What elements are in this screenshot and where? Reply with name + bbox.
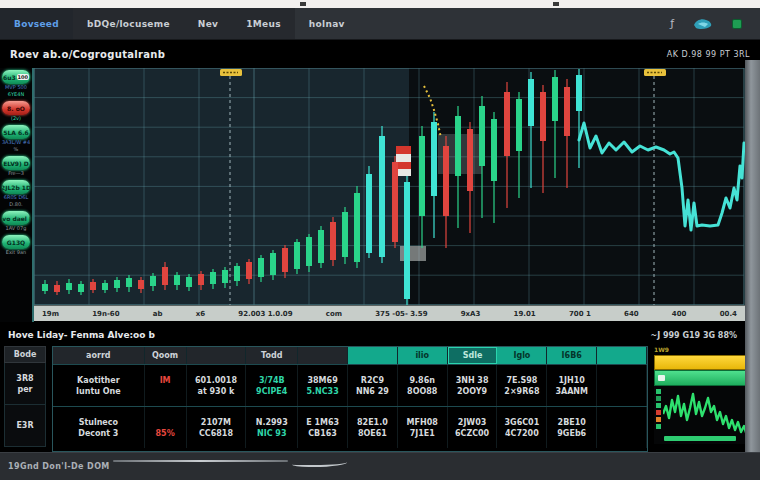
- table-header-row: aorrdQoomToddilioSdleIgloI6B6: [53, 347, 647, 364]
- title-row: Roev ab.o/Cogrogutalranb AK D.98 99 PT 3…: [0, 40, 760, 68]
- column-header[interactable]: [597, 347, 647, 364]
- bode-column: Bode 3R8perE3R: [4, 346, 46, 452]
- x-tick-label: com: [326, 310, 342, 318]
- table-cell: 2JW036CZC00: [448, 407, 498, 448]
- bottom-area: Bode 3R8perE3R aorrdQoomToddilioSdleIglo…: [4, 346, 756, 452]
- table-cell: R2C9NN6 29: [348, 365, 398, 406]
- column-header[interactable]: [348, 347, 398, 364]
- sidebar-entry: 6u3100MVP 5006YE4N: [2, 70, 30, 98]
- sidebar-caption: Fre—3: [8, 170, 24, 177]
- x-tick-label: 400: [672, 310, 687, 318]
- section-title: Hove Liday- Fenma Alve:oo b: [8, 330, 155, 340]
- column-header[interactable]: [187, 347, 247, 364]
- signal-square: [656, 417, 661, 422]
- section-info: ~J 999 G19 3G 88%: [651, 331, 738, 340]
- x-tick-label: ab: [153, 310, 163, 318]
- x-tick-label: 9xA3: [461, 310, 481, 318]
- sidebar-entry: 2JL2b 1D6R0S D6LD.80.: [2, 180, 30, 208]
- sidebar-entry: G13QExit 9an: [2, 235, 30, 256]
- sidebar-button-7[interactable]: G13Q: [2, 235, 30, 249]
- scrollbar-line[interactable]: [113, 460, 288, 462]
- signal-square: [656, 396, 661, 401]
- yellow-bar[interactable]: [654, 355, 754, 370]
- menubar: BovseedbDQe/locusemeNev1Meusholnav ƒ: [0, 8, 760, 40]
- column-header[interactable]: Qoom: [145, 347, 187, 364]
- chart-panel[interactable]: 19m19n-60abx692.003 1.0.09com375 -05- 3.…: [34, 68, 745, 322]
- table-cell: 2BE109GEb6: [547, 407, 597, 448]
- menubar-right: ƒ: [670, 16, 760, 32]
- table-cell: 38M695.NC33: [298, 365, 348, 406]
- signal-square: [656, 403, 661, 408]
- candlestick-chart[interactable]: [34, 68, 745, 305]
- signal-square: [656, 389, 661, 394]
- sidebar-caption: 6YE4N: [8, 91, 24, 98]
- positions-table: aorrdQoomToddilioSdleIgloI6B6 KaotitherI…: [52, 346, 648, 452]
- column-header[interactable]: ilio: [398, 347, 448, 364]
- section-header: Hove Liday- Fenma Alve:oo b ~J 999 G19 3…: [0, 326, 745, 344]
- table-cell: 3G6C014C7200: [497, 407, 547, 448]
- signal-square: [656, 410, 661, 415]
- column-header[interactable]: Todd: [246, 347, 298, 364]
- sidebar-button-4[interactable]: ELV9) D: [2, 156, 30, 170]
- x-tick-label: 19n-60: [92, 310, 119, 318]
- table-cell: [597, 365, 647, 406]
- column-header[interactable]: Iglo: [497, 347, 547, 364]
- sidebar-button-5[interactable]: 2JL2b 1D: [2, 180, 30, 194]
- table-cell: N.2993NIC 93: [246, 407, 298, 448]
- column-header[interactable]: Bode: [4, 346, 46, 363]
- table-cell: 3/74B9CIPE4: [246, 365, 298, 406]
- sidebar-caption: (2v): [11, 115, 21, 122]
- signal-squares: [654, 386, 663, 444]
- table-cell: [597, 407, 647, 448]
- menu-item-2[interactable]: bDQe/locuseme: [73, 8, 184, 39]
- sidebar-button-2[interactable]: 8. oO: [2, 101, 30, 115]
- menu-items: BovseedbDQe/locusemeNev1Meusholnav: [0, 8, 359, 39]
- table-cell: MFH087J1E1: [398, 407, 448, 448]
- bode-cell[interactable]: 3R8per: [4, 363, 46, 405]
- sidebar-caption: D.80.: [9, 201, 22, 208]
- top-edge-mark: [300, 2, 306, 6]
- sidebar: 6u3100MVP 5006YE4N8. oO(2v)5LA 6.63A3L/W…: [0, 68, 34, 322]
- table-cell: E 1M63CB163: [298, 407, 348, 448]
- list-icon: [658, 375, 665, 381]
- column-header[interactable]: I6B6: [547, 347, 597, 364]
- button-badge: 100: [17, 74, 29, 80]
- sidebar-caption: 1AV 07g: [6, 225, 27, 232]
- swoosh-mark: [292, 459, 347, 467]
- mini-panel-tag: 1W9: [654, 346, 754, 355]
- status-text: 19Gnd Don'l-De DOM: [8, 462, 110, 471]
- bode-cell[interactable]: E3R: [4, 405, 46, 447]
- menu-item-3[interactable]: Nev: [184, 8, 232, 39]
- column-header[interactable]: [298, 347, 348, 364]
- x-tick-label: 19.01: [514, 310, 536, 318]
- window-right-edge: [745, 60, 760, 452]
- status-bar: 19Gnd Don'l-De DOM: [0, 452, 760, 480]
- x-tick-label: 19m: [42, 310, 59, 318]
- sidebar-button-6[interactable]: 9vo dael D: [2, 211, 30, 225]
- x-axis: 19m19n-60abx692.003 1.0.09com375 -05- 3.…: [34, 305, 745, 321]
- sidebar-entry: 8. oO(2v): [2, 101, 30, 122]
- green-bar[interactable]: [654, 370, 754, 386]
- table-cell: IM: [145, 365, 187, 406]
- green-app-icon[interactable]: [732, 19, 742, 29]
- sidebar-caption: %: [14, 146, 19, 153]
- bird-icon[interactable]: [692, 16, 714, 32]
- table-cell: 9.86n8OO88: [398, 365, 448, 406]
- x-tick-label: 700 1: [569, 310, 591, 318]
- x-tick-label: 92.003 1.0.09: [238, 310, 292, 318]
- sidebar-button-1[interactable]: 6u3100: [2, 70, 30, 84]
- top-edge-mark: [553, 2, 559, 6]
- column-header[interactable]: aorrd: [53, 347, 145, 364]
- quote-info: AK D.98 99 PT 3RL: [667, 50, 750, 59]
- table-cell: StulnecoDecont 3: [53, 407, 145, 448]
- f-icon[interactable]: ƒ: [670, 17, 674, 30]
- menu-item-4[interactable]: 1Meus: [232, 8, 295, 39]
- sidebar-entry: ELV9) DFre—3: [2, 156, 30, 177]
- table-row[interactable]: KaotitherIuntu OneIM 601.0018at 930 k3/7…: [53, 364, 647, 406]
- menu-item-5[interactable]: holnav: [295, 8, 359, 39]
- menu-item-1[interactable]: Bovseed: [0, 8, 73, 39]
- progress-bar: [664, 436, 736, 441]
- sidebar-button-3[interactable]: 5LA 6.6: [2, 125, 30, 139]
- table-row[interactable]: StulnecoDecont 3 85%2107MCC6818N.2993NIC…: [53, 406, 647, 448]
- column-header[interactable]: Sdle: [448, 347, 498, 364]
